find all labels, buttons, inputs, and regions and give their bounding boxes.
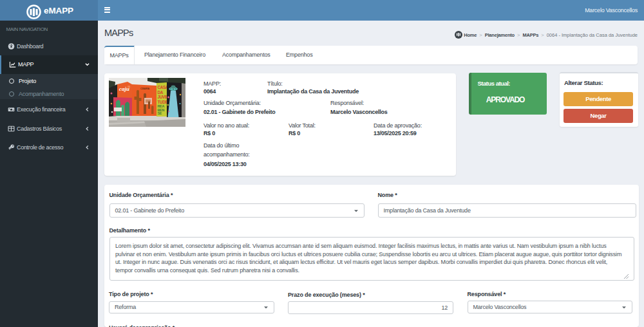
svg-text:DA: DA bbox=[157, 90, 163, 95]
svg-text:TUDE: TUDE bbox=[157, 100, 168, 104]
svg-text:SE: SE bbox=[157, 111, 162, 115]
svg-text:CEARA: CEARA bbox=[140, 87, 149, 90]
